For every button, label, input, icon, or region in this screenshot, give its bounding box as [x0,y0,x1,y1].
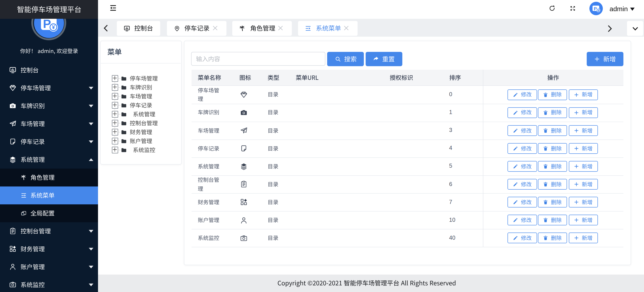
svg-text:¥: ¥ [52,24,55,30]
svg-text:¥: ¥ [598,9,599,12]
